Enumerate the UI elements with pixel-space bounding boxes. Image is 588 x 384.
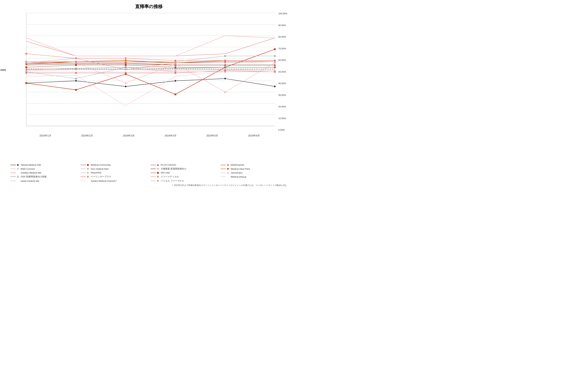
svg-point-67 [274,60,276,61]
svg-point-71 [174,61,176,62]
svg-marker-19 [274,85,276,87]
svg-rect-51 [75,64,77,66]
legend-label: Medical.eisai.jp [231,176,246,178]
legend-label: Astellas Medical Net [21,171,41,174]
y-label-20: 20.00% [278,105,289,108]
legend-item: Janssenpro [221,171,287,174]
svg-marker-90 [87,172,89,174]
avg-label: 平均 50.50% [0,69,6,72]
legend-item: GSK 医療関係者向け情報 [11,175,77,178]
svg-rect-92 [157,172,159,174]
legend-item: リリーメディカル [150,175,217,178]
legend-label: バイエル ファーマナビ [161,179,184,182]
svg-rect-21 [75,89,77,91]
svg-point-66 [224,60,226,61]
y-label-30: 30.00% [278,94,289,96]
svg-rect-25 [274,48,276,50]
y-label-60: 60.00% [278,59,289,61]
x-label-may: 2024年5月 [191,134,233,137]
legend-item: MSD Connect [11,167,77,170]
legend-label: Janssenpro [231,171,242,174]
svg-rect-52 [125,64,126,66]
legend-item: Santen Medical Channel * [81,179,147,182]
legend-item: sawai medical site [11,179,77,182]
svg-point-68 [25,61,27,62]
x-label-jun: 2024年6月 [233,134,275,137]
y-label-100: 100.00% [278,12,289,15]
svg-point-63 [75,57,77,59]
svg-point-98 [157,176,159,178]
legend-label: PLUS CHUGAI [161,163,176,166]
legend-label: Medical Community [91,163,111,166]
line-chart [24,12,276,131]
legend-label: MSD Connect [21,168,35,170]
y-label-70: 70.00% [278,47,289,50]
svg-point-62 [25,53,27,55]
legend-label: リリーメディカル [161,175,179,178]
svg-marker-75 [17,164,19,166]
legend-label: ベーリンガープラス [91,175,111,178]
legend-item: バイエル ファーマナビ [150,179,217,182]
svg-rect-50 [25,66,27,68]
y-label-90: 90.00% [278,24,289,27]
y-label-40: 40.00% [278,82,289,85]
legend-item: PLUS CHUGAI [150,163,217,166]
svg-point-73 [274,55,276,57]
legend-item: 大塚製薬 医薬関係者向け [150,167,217,170]
footnote: ＊ 2024年3月まで医療従事者向けサイトとコーポレートサイトのドメインが共通の… [11,184,287,187]
svg-marker-30 [224,64,226,66]
svg-marker-18 [224,78,226,80]
svg-marker-94 [227,172,229,174]
svg-rect-77 [87,164,89,166]
svg-rect-20 [25,82,27,84]
legend-label: GSK 医療関係者向け情報 [21,175,46,178]
svg-point-72 [224,55,226,57]
chart-title: 直帰率の推移 [11,3,287,10]
legend-item: PfizerPRO [81,171,147,174]
legend-label: Ono medical Navi [91,168,109,170]
legend-item: Medical.eisai.jp [221,175,287,178]
legend-item: ベーリンガープラス [81,175,147,178]
legend-label: 大塚製薬 医薬関係者向け [161,167,187,170]
x-label-apr: 2024年4月 [150,134,191,137]
chart-container: 直帰率の推移 平均 50.50% 100.00% 90.00% 80.00% 7… [0,0,294,192]
svg-rect-23 [174,93,176,95]
legend-label: PfizerPRO [91,171,101,174]
legend-item: MediChannel [221,163,287,166]
legend-label: MediChannel [231,163,244,166]
legend-item: Takeda Medical Site [11,163,77,166]
svg-marker-79 [157,164,159,166]
legend-area: Takeda Medical SiteMedical CommunityPLUS… [11,163,287,187]
svg-point-87 [227,168,229,170]
y-label-0: 0.00% [278,129,289,131]
legend-label: Takeda Medical Site [21,163,41,166]
svg-point-70 [125,61,126,62]
legend-label: Medical View Point [231,168,250,170]
x-label-feb: 2024年2月 [66,134,108,137]
y-label-80: 80.00% [278,36,289,38]
legend-item: DR's Net [150,171,217,174]
legend-item: Astellas Medical Net [11,171,77,174]
svg-point-33 [75,78,77,80]
svg-point-64 [125,57,126,59]
y-label-50: 50.00% [278,70,289,73]
x-label-jan: 2024年1月 [24,134,66,137]
svg-point-69 [75,61,77,62]
svg-point-103 [157,180,159,182]
legend-item: Medical View Point [221,167,287,170]
x-label-mar: 2024年3月 [108,134,150,137]
y-label-10: 10.00% [278,117,289,120]
legend-item: Ono medical Navi [81,167,147,170]
legend-label: Santen Medical Channel * [91,180,117,182]
svg-marker-31 [274,64,276,66]
legend-item: Medical Community [81,163,147,166]
legend-label: sawai medical site [21,180,39,182]
svg-marker-15 [75,80,77,82]
legend-label: DR's Net [161,171,170,174]
svg-marker-16 [125,85,126,87]
svg-point-83 [87,168,89,170]
svg-marker-17 [174,80,176,82]
